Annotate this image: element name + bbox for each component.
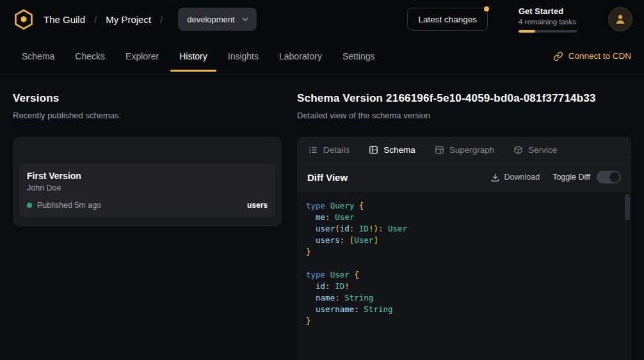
download-label: Download	[504, 173, 540, 182]
toggle-knob	[609, 172, 620, 182]
tab-settings[interactable]: Settings	[334, 38, 384, 74]
code-line: type Query {	[306, 200, 618, 212]
code-line: }	[306, 246, 618, 258]
get-started-subtitle: 4 remaining tasks	[519, 18, 577, 26]
versions-section: Versions Recently published schemas. Fir…	[13, 92, 282, 360]
code-line: users: [User]	[306, 235, 618, 246]
diff-actions: Download Toggle Diff	[490, 171, 621, 184]
get-started-title: Get Started	[519, 6, 577, 16]
latest-changes-label: Latest changes	[418, 15, 477, 24]
content: Versions Recently published schemas. Fir…	[0, 74, 644, 360]
toggle-diff-control: Toggle Diff	[552, 171, 621, 184]
tab-schema[interactable]: Schema	[13, 38, 63, 74]
version-name: First Version	[27, 171, 268, 181]
detail-tab-label: Service	[528, 145, 557, 155]
breadcrumb-separator: /	[94, 14, 97, 25]
version-status-row: Published 5m agousers	[27, 201, 268, 210]
supergraph-icon	[435, 145, 444, 155]
person-icon	[614, 13, 627, 26]
code-line: }	[306, 315, 618, 327]
detail-tabs: DetailsSchemaSupergraphService	[297, 137, 631, 163]
get-started-widget[interactable]: Get Started 4 remaining tasks	[519, 6, 577, 33]
tab-checks[interactable]: Checks	[66, 38, 114, 74]
schema-code-viewer[interactable]: type Query { me: User user(id: ID!): Use…	[297, 192, 631, 360]
detail-tab-supergraph[interactable]: Supergraph	[435, 145, 495, 155]
schema-version-section: Schema Version 2166196f-5e10-4059-bd0a-0…	[297, 92, 631, 360]
diff-view-title: Diff View	[307, 172, 348, 183]
target-select-value: development	[187, 15, 234, 24]
get-started-progress	[519, 30, 577, 33]
toggle-diff-switch[interactable]	[597, 171, 621, 184]
tab-history[interactable]: History	[170, 38, 216, 74]
breadcrumb-separator: /	[160, 14, 163, 25]
detail-tab-details[interactable]: Details	[309, 145, 350, 155]
schema-version-panel: DetailsSchemaSupergraphService Diff View…	[297, 137, 631, 360]
detail-tab-label: Schema	[383, 145, 415, 155]
code-line: id: ID!	[306, 281, 618, 292]
version-list-item[interactable]: First VersionJohn DoePublished 5m agouse…	[19, 164, 275, 217]
code-line: name: String	[306, 292, 618, 304]
version-list: First VersionJohn DoePublished 5m agouse…	[19, 164, 275, 217]
code-line	[306, 258, 618, 269]
user-avatar[interactable]	[608, 7, 632, 31]
hive-logo[interactable]	[13, 8, 35, 30]
versions-card: First VersionJohn DoePublished 5m agouse…	[13, 137, 282, 226]
latest-changes-button[interactable]: Latest changes	[407, 8, 488, 31]
top-bar: The Guild / My Project / development Lat…	[0, 0, 644, 38]
breadcrumb-org[interactable]: The Guild	[44, 14, 85, 25]
breadcrumb-project[interactable]: My Project	[106, 14, 151, 25]
chevron-down-icon	[241, 15, 249, 23]
schema-icon	[369, 145, 378, 155]
download-button[interactable]: Download	[490, 173, 540, 182]
header-right: Latest changes Get Started 4 remaining t…	[407, 6, 632, 33]
toggle-diff-label: Toggle Diff	[552, 173, 590, 182]
version-author: John Doe	[27, 184, 268, 192]
link-icon	[553, 51, 563, 61]
detail-tab-schema[interactable]: Schema	[369, 145, 415, 155]
breadcrumb: The Guild / My Project / development	[44, 8, 257, 31]
connect-to-cdn-button[interactable]: Connect to CDN	[553, 38, 631, 74]
code-line: me: User	[306, 212, 618, 223]
schema-version-subtitle: Detailed view of the schema version	[297, 111, 631, 120]
detail-tab-label: Details	[323, 145, 350, 155]
detail-tab-label: Supergraph	[449, 145, 495, 155]
diff-toolbar: Diff View Download Toggle Diff	[297, 163, 631, 192]
connect-to-cdn-label: Connect to CDN	[568, 51, 631, 61]
detail-tab-service[interactable]: Service	[513, 145, 557, 155]
versions-subtitle: Recently published schemas.	[13, 111, 282, 120]
schema-version-title: Schema Version 2166196f-5e10-4059-bd0a-0…	[297, 92, 631, 105]
code-line: type User {	[306, 269, 618, 281]
get-started-progress-fill	[519, 30, 535, 33]
version-status: Published 5m ago	[37, 201, 101, 210]
main-nav: SchemaChecksExplorerHistoryInsightsLabor…	[0, 38, 644, 74]
service-icon	[513, 145, 523, 155]
nav-tabs: SchemaChecksExplorerHistoryInsightsLabor…	[13, 38, 384, 74]
published-status-dot	[27, 203, 32, 208]
list-icon	[309, 145, 318, 155]
tab-explorer[interactable]: Explorer	[117, 38, 168, 74]
versions-title: Versions	[13, 92, 282, 105]
service-badge: users	[247, 201, 268, 210]
code-line: user(id: ID!): User	[306, 223, 618, 235]
code-line: username: String	[306, 304, 618, 315]
notification-dot	[484, 6, 489, 12]
target-select[interactable]: development	[178, 8, 256, 31]
download-icon	[490, 173, 500, 182]
tab-laboratory[interactable]: Laboratory	[270, 38, 331, 74]
tab-insights[interactable]: Insights	[219, 38, 268, 74]
scrollbar-thumb[interactable]	[625, 194, 630, 220]
